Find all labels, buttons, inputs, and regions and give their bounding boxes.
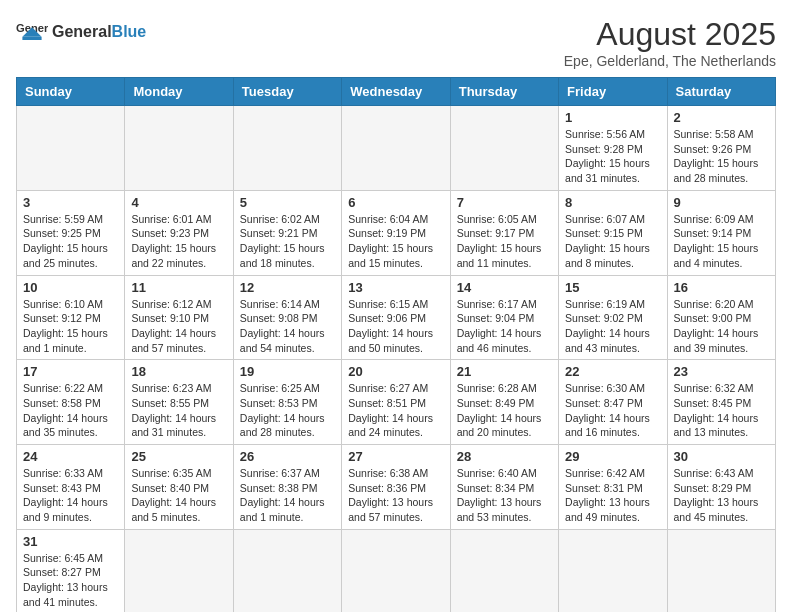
day-number: 31	[23, 534, 118, 549]
calendar-cell: 3Sunrise: 5:59 AM Sunset: 9:25 PM Daylig…	[17, 190, 125, 275]
day-number: 10	[23, 280, 118, 295]
day-number: 14	[457, 280, 552, 295]
calendar-cell: 25Sunrise: 6:35 AM Sunset: 8:40 PM Dayli…	[125, 445, 233, 530]
day-info: Sunrise: 6:09 AM Sunset: 9:14 PM Dayligh…	[674, 212, 769, 271]
calendar-cell: 16Sunrise: 6:20 AM Sunset: 9:00 PM Dayli…	[667, 275, 775, 360]
calendar-week-row: 1Sunrise: 5:56 AM Sunset: 9:28 PM Daylig…	[17, 106, 776, 191]
col-header-saturday: Saturday	[667, 78, 775, 106]
col-header-wednesday: Wednesday	[342, 78, 450, 106]
calendar-cell	[342, 106, 450, 191]
logo-text: GeneralBlue	[52, 23, 146, 40]
calendar-week-row: 3Sunrise: 5:59 AM Sunset: 9:25 PM Daylig…	[17, 190, 776, 275]
day-info: Sunrise: 6:19 AM Sunset: 9:02 PM Dayligh…	[565, 297, 660, 356]
calendar-cell: 8Sunrise: 6:07 AM Sunset: 9:15 PM Daylig…	[559, 190, 667, 275]
calendar-header-row: SundayMondayTuesdayWednesdayThursdayFrid…	[17, 78, 776, 106]
day-number: 8	[565, 195, 660, 210]
day-number: 5	[240, 195, 335, 210]
day-info: Sunrise: 6:04 AM Sunset: 9:19 PM Dayligh…	[348, 212, 443, 271]
calendar-cell: 12Sunrise: 6:14 AM Sunset: 9:08 PM Dayli…	[233, 275, 341, 360]
day-info: Sunrise: 6:07 AM Sunset: 9:15 PM Dayligh…	[565, 212, 660, 271]
title-section: August 2025 Epe, Gelderland, The Netherl…	[564, 16, 776, 69]
calendar-cell: 2Sunrise: 5:58 AM Sunset: 9:26 PM Daylig…	[667, 106, 775, 191]
day-info: Sunrise: 6:33 AM Sunset: 8:43 PM Dayligh…	[23, 466, 118, 525]
day-number: 3	[23, 195, 118, 210]
day-number: 6	[348, 195, 443, 210]
day-number: 30	[674, 449, 769, 464]
day-info: Sunrise: 6:10 AM Sunset: 9:12 PM Dayligh…	[23, 297, 118, 356]
day-number: 18	[131, 364, 226, 379]
day-info: Sunrise: 6:35 AM Sunset: 8:40 PM Dayligh…	[131, 466, 226, 525]
day-info: Sunrise: 6:28 AM Sunset: 8:49 PM Dayligh…	[457, 381, 552, 440]
calendar-cell: 24Sunrise: 6:33 AM Sunset: 8:43 PM Dayli…	[17, 445, 125, 530]
calendar-cell	[450, 529, 558, 612]
day-number: 24	[23, 449, 118, 464]
calendar-cell: 21Sunrise: 6:28 AM Sunset: 8:49 PM Dayli…	[450, 360, 558, 445]
day-number: 12	[240, 280, 335, 295]
day-info: Sunrise: 6:14 AM Sunset: 9:08 PM Dayligh…	[240, 297, 335, 356]
calendar-table: SundayMondayTuesdayWednesdayThursdayFrid…	[16, 77, 776, 612]
col-header-tuesday: Tuesday	[233, 78, 341, 106]
calendar-cell	[125, 106, 233, 191]
day-number: 19	[240, 364, 335, 379]
day-number: 7	[457, 195, 552, 210]
day-number: 27	[348, 449, 443, 464]
calendar-cell: 27Sunrise: 6:38 AM Sunset: 8:36 PM Dayli…	[342, 445, 450, 530]
day-info: Sunrise: 5:56 AM Sunset: 9:28 PM Dayligh…	[565, 127, 660, 186]
calendar-cell	[667, 529, 775, 612]
day-number: 23	[674, 364, 769, 379]
calendar-cell	[17, 106, 125, 191]
day-info: Sunrise: 6:02 AM Sunset: 9:21 PM Dayligh…	[240, 212, 335, 271]
col-header-sunday: Sunday	[17, 78, 125, 106]
calendar-cell: 26Sunrise: 6:37 AM Sunset: 8:38 PM Dayli…	[233, 445, 341, 530]
logo: General GeneralBlue	[16, 16, 146, 48]
calendar-week-row: 24Sunrise: 6:33 AM Sunset: 8:43 PM Dayli…	[17, 445, 776, 530]
calendar-cell: 17Sunrise: 6:22 AM Sunset: 8:58 PM Dayli…	[17, 360, 125, 445]
day-info: Sunrise: 6:25 AM Sunset: 8:53 PM Dayligh…	[240, 381, 335, 440]
page-header: General GeneralBlue August 2025 Epe, Gel…	[16, 16, 776, 69]
logo-icon: General	[16, 16, 48, 48]
svg-rect-2	[22, 37, 41, 40]
day-info: Sunrise: 6:22 AM Sunset: 8:58 PM Dayligh…	[23, 381, 118, 440]
day-info: Sunrise: 6:38 AM Sunset: 8:36 PM Dayligh…	[348, 466, 443, 525]
day-info: Sunrise: 6:20 AM Sunset: 9:00 PM Dayligh…	[674, 297, 769, 356]
calendar-cell: 1Sunrise: 5:56 AM Sunset: 9:28 PM Daylig…	[559, 106, 667, 191]
calendar-cell: 5Sunrise: 6:02 AM Sunset: 9:21 PM Daylig…	[233, 190, 341, 275]
day-info: Sunrise: 6:12 AM Sunset: 9:10 PM Dayligh…	[131, 297, 226, 356]
day-number: 1	[565, 110, 660, 125]
calendar-cell: 28Sunrise: 6:40 AM Sunset: 8:34 PM Dayli…	[450, 445, 558, 530]
calendar-cell: 18Sunrise: 6:23 AM Sunset: 8:55 PM Dayli…	[125, 360, 233, 445]
day-number: 4	[131, 195, 226, 210]
day-number: 22	[565, 364, 660, 379]
col-header-thursday: Thursday	[450, 78, 558, 106]
day-info: Sunrise: 6:42 AM Sunset: 8:31 PM Dayligh…	[565, 466, 660, 525]
month-title: August 2025	[564, 16, 776, 53]
day-number: 16	[674, 280, 769, 295]
day-info: Sunrise: 6:15 AM Sunset: 9:06 PM Dayligh…	[348, 297, 443, 356]
calendar-cell: 19Sunrise: 6:25 AM Sunset: 8:53 PM Dayli…	[233, 360, 341, 445]
calendar-cell	[342, 529, 450, 612]
day-info: Sunrise: 5:59 AM Sunset: 9:25 PM Dayligh…	[23, 212, 118, 271]
col-header-monday: Monday	[125, 78, 233, 106]
day-info: Sunrise: 6:23 AM Sunset: 8:55 PM Dayligh…	[131, 381, 226, 440]
col-header-friday: Friday	[559, 78, 667, 106]
day-info: Sunrise: 6:45 AM Sunset: 8:27 PM Dayligh…	[23, 551, 118, 610]
day-number: 28	[457, 449, 552, 464]
calendar-cell: 10Sunrise: 6:10 AM Sunset: 9:12 PM Dayli…	[17, 275, 125, 360]
calendar-cell: 23Sunrise: 6:32 AM Sunset: 8:45 PM Dayli…	[667, 360, 775, 445]
day-number: 13	[348, 280, 443, 295]
day-info: Sunrise: 6:17 AM Sunset: 9:04 PM Dayligh…	[457, 297, 552, 356]
calendar-cell	[450, 106, 558, 191]
day-info: Sunrise: 6:40 AM Sunset: 8:34 PM Dayligh…	[457, 466, 552, 525]
calendar-week-row: 17Sunrise: 6:22 AM Sunset: 8:58 PM Dayli…	[17, 360, 776, 445]
location-subtitle: Epe, Gelderland, The Netherlands	[564, 53, 776, 69]
day-number: 29	[565, 449, 660, 464]
day-number: 21	[457, 364, 552, 379]
day-number: 15	[565, 280, 660, 295]
day-number: 25	[131, 449, 226, 464]
calendar-cell	[233, 529, 341, 612]
calendar-cell: 15Sunrise: 6:19 AM Sunset: 9:02 PM Dayli…	[559, 275, 667, 360]
day-number: 20	[348, 364, 443, 379]
calendar-week-row: 10Sunrise: 6:10 AM Sunset: 9:12 PM Dayli…	[17, 275, 776, 360]
calendar-cell: 14Sunrise: 6:17 AM Sunset: 9:04 PM Dayli…	[450, 275, 558, 360]
day-number: 2	[674, 110, 769, 125]
